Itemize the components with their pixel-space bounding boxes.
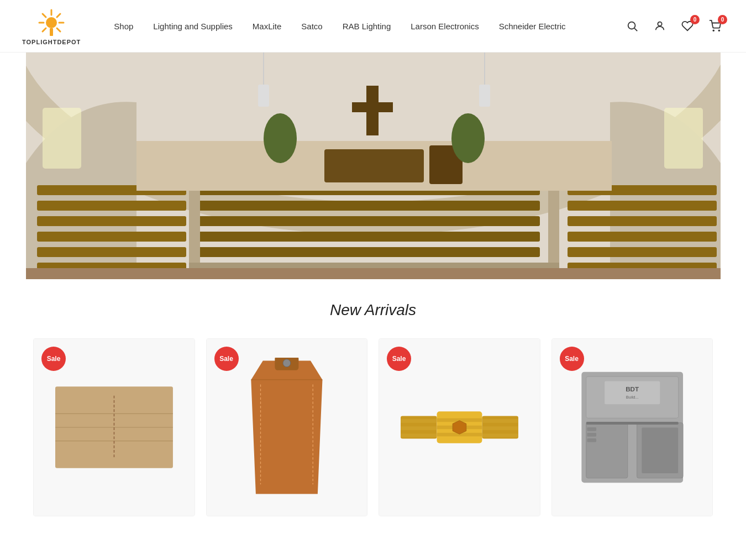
nav-maxlite[interactable]: MaxLite xyxy=(253,22,282,31)
product-card-2[interactable]: Sale xyxy=(206,338,368,516)
svg-point-43 xyxy=(264,113,297,163)
product-svg-3 xyxy=(401,381,518,474)
sale-badge-3: Sale xyxy=(387,347,411,371)
svg-rect-51 xyxy=(26,268,721,279)
svg-line-7 xyxy=(57,14,60,17)
account-button[interactable] xyxy=(651,17,669,35)
search-icon xyxy=(626,20,638,32)
search-button[interactable] xyxy=(623,17,641,35)
svg-rect-84 xyxy=(587,433,596,437)
svg-rect-25 xyxy=(568,216,717,226)
svg-rect-48 xyxy=(258,85,269,107)
svg-rect-86 xyxy=(641,427,678,473)
svg-rect-63 xyxy=(401,419,437,423)
svg-point-58 xyxy=(283,359,291,367)
nav-satco[interactable]: Satco xyxy=(301,22,322,31)
product-card-4[interactable]: Sale BDT Build... xyxy=(551,338,713,516)
header: TOPLIGHTDEPOT Shop Lighting and Supplies… xyxy=(0,0,746,53)
svg-point-10 xyxy=(628,22,635,29)
header-icons: 0 0 xyxy=(623,17,724,35)
products-grid: Sale Sale xyxy=(33,338,713,516)
svg-rect-65 xyxy=(401,433,437,437)
svg-rect-21 xyxy=(37,247,186,257)
cart-badge: 0 xyxy=(718,15,727,24)
product-svg-4: BDT Build... xyxy=(577,362,687,493)
svg-rect-9 xyxy=(50,28,53,36)
svg-rect-18 xyxy=(37,201,186,211)
hero-banner xyxy=(26,53,721,279)
svg-rect-30 xyxy=(197,201,540,211)
sale-badge-4: Sale xyxy=(560,347,584,371)
product-svg-2 xyxy=(249,358,325,497)
svg-point-0 xyxy=(46,17,57,28)
svg-rect-45 xyxy=(43,108,81,169)
nav-lighting[interactable]: Lighting and Supplies xyxy=(153,22,232,31)
svg-line-8 xyxy=(43,28,46,32)
svg-rect-26 xyxy=(568,232,717,242)
svg-rect-83 xyxy=(587,427,596,431)
svg-rect-40 xyxy=(352,102,393,112)
svg-text:Build...: Build... xyxy=(626,395,638,400)
svg-line-11 xyxy=(634,28,637,31)
svg-text:BDT: BDT xyxy=(626,385,639,392)
nav-shop[interactable]: Shop xyxy=(114,22,133,31)
product-card-1[interactable]: Sale xyxy=(33,338,195,516)
product-card-3[interactable]: Sale xyxy=(379,338,540,516)
nav-larson[interactable]: Larson Electronics xyxy=(411,22,479,31)
product-svg-1 xyxy=(55,373,173,482)
svg-rect-27 xyxy=(568,247,717,257)
svg-rect-72 xyxy=(482,426,518,430)
svg-point-14 xyxy=(718,30,719,31)
wishlist-button[interactable]: 0 xyxy=(679,17,696,35)
svg-point-12 xyxy=(658,22,661,26)
svg-rect-19 xyxy=(37,216,186,226)
main-nav: Shop Lighting and Supplies MaxLite Satco… xyxy=(114,22,623,31)
hero-image xyxy=(26,53,721,279)
svg-line-6 xyxy=(57,28,60,32)
hero-svg xyxy=(26,53,721,279)
svg-rect-31 xyxy=(197,216,540,226)
svg-rect-85 xyxy=(587,438,596,442)
sale-badge-1: Sale xyxy=(41,347,66,371)
user-icon xyxy=(654,20,666,32)
svg-rect-46 xyxy=(664,108,703,169)
svg-point-13 xyxy=(713,30,714,31)
svg-rect-24 xyxy=(568,201,717,211)
logo-icon xyxy=(35,7,68,38)
svg-rect-20 xyxy=(37,232,186,242)
svg-rect-32 xyxy=(197,232,540,242)
svg-rect-71 xyxy=(482,419,518,423)
wishlist-badge: 0 xyxy=(690,15,700,24)
svg-rect-41 xyxy=(324,149,424,182)
nav-rab[interactable]: RAB Lighting xyxy=(343,22,391,31)
logo-text: TOPLIGHTDEPOT xyxy=(22,39,81,45)
svg-rect-79 xyxy=(605,381,660,405)
cart-button[interactable]: 0 xyxy=(706,17,724,35)
new-arrivals-section: New Arrivals Sale Sale xyxy=(0,279,746,527)
svg-marker-74 xyxy=(453,421,466,435)
logo[interactable]: TOPLIGHTDEPOT xyxy=(22,7,81,45)
new-arrivals-title: New Arrivals xyxy=(33,301,713,319)
svg-rect-33 xyxy=(197,247,540,257)
sale-badge-2: Sale xyxy=(214,347,239,371)
svg-point-44 xyxy=(451,113,485,163)
svg-rect-73 xyxy=(482,433,518,437)
nav-schneider[interactable]: Schneider Electric xyxy=(499,22,566,31)
svg-rect-64 xyxy=(401,426,437,430)
svg-rect-50 xyxy=(479,85,490,107)
svg-rect-82 xyxy=(586,422,678,425)
svg-line-5 xyxy=(43,14,46,17)
